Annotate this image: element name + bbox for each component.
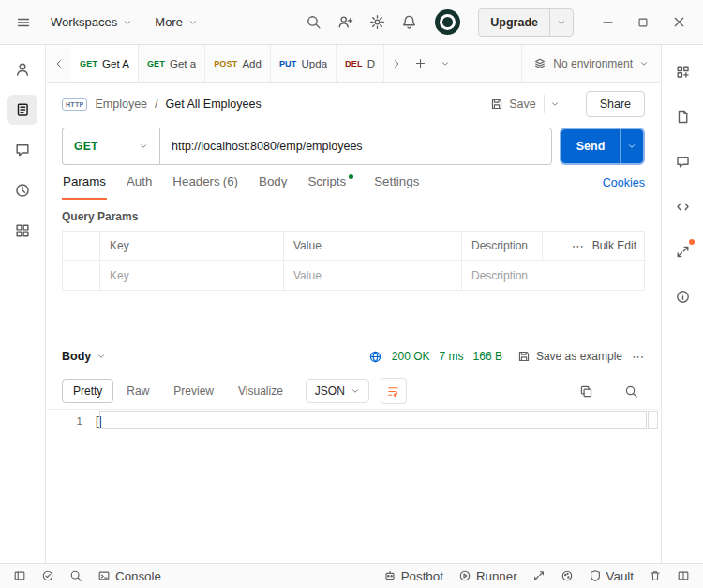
related-requests-button[interactable] bbox=[667, 236, 697, 266]
request-meta-row: HTTP Employee / Get All Employees Save S… bbox=[47, 83, 660, 126]
more-menu[interactable]: More bbox=[145, 9, 207, 35]
sidebar-user-button[interactable] bbox=[7, 54, 37, 84]
invite-button[interactable] bbox=[331, 8, 359, 37]
console-button[interactable]: Console bbox=[92, 566, 167, 586]
view-visualize-button[interactable]: Visualize bbox=[227, 379, 294, 403]
sidebar-flows-button[interactable] bbox=[7, 135, 37, 165]
sync-status-button[interactable] bbox=[36, 566, 60, 585]
minimize-button[interactable] bbox=[592, 8, 622, 38]
vault-button[interactable]: Vault bbox=[583, 566, 639, 586]
search-icon bbox=[624, 384, 638, 399]
tab-auth[interactable]: Auth bbox=[126, 165, 153, 200]
maximize-button[interactable] bbox=[628, 8, 658, 38]
param-key-input[interactable] bbox=[110, 269, 274, 282]
tab-params[interactable]: Params bbox=[62, 165, 107, 200]
save-button[interactable]: Save bbox=[483, 93, 544, 115]
share-button[interactable]: Share bbox=[586, 91, 645, 117]
tab-auth-label: Auth bbox=[127, 174, 152, 188]
close-button[interactable] bbox=[664, 8, 694, 38]
response-status-code[interactable]: 200 OK bbox=[392, 350, 430, 363]
response-time[interactable]: 7 ms bbox=[440, 350, 464, 363]
tab-body[interactable]: Body bbox=[258, 165, 288, 200]
request-tab[interactable]: GET Get A bbox=[71, 45, 139, 82]
diagonal-arrows-icon bbox=[675, 244, 691, 260]
app-header: Workspaces More Upgrade bbox=[0, 0, 703, 45]
view-raw-button[interactable]: Raw bbox=[115, 379, 160, 403]
postbot-button[interactable]: Postbot bbox=[378, 566, 449, 586]
tab-headers[interactable]: Headers (6) bbox=[172, 165, 239, 200]
bulk-edit-button[interactable]: Bulk Edit bbox=[592, 239, 636, 252]
copy-icon bbox=[579, 384, 593, 399]
save-options-button[interactable] bbox=[544, 95, 565, 113]
more-label: More bbox=[155, 15, 183, 29]
user-avatar[interactable] bbox=[435, 9, 460, 35]
scrollbar-thumb[interactable] bbox=[648, 411, 658, 429]
param-description-input[interactable] bbox=[471, 269, 635, 282]
tab-options-button[interactable] bbox=[433, 45, 457, 82]
runner-button[interactable]: Runner bbox=[453, 566, 523, 586]
search-response-button[interactable] bbox=[617, 377, 645, 405]
console-label: Console bbox=[115, 569, 161, 583]
find-button[interactable] bbox=[64, 566, 88, 585]
env-quick-look-icon bbox=[675, 64, 691, 80]
url-input[interactable] bbox=[159, 128, 552, 165]
request-tab[interactable]: POST Add bbox=[205, 45, 271, 82]
copy-response-button[interactable] bbox=[572, 377, 600, 405]
response-format-dropdown[interactable]: JSON bbox=[306, 379, 369, 403]
chevron-down-icon bbox=[639, 59, 649, 68]
sidebar-extensions-button[interactable] bbox=[7, 216, 37, 246]
toggle-sidebar-button[interactable] bbox=[7, 566, 32, 585]
tab-settings[interactable]: Settings bbox=[373, 165, 420, 200]
response-size[interactable]: 166 B bbox=[473, 350, 502, 363]
response-body-dropdown[interactable]: Body bbox=[62, 350, 106, 363]
code-snippet-button[interactable] bbox=[667, 191, 697, 221]
breadcrumb-request-name[interactable]: Get All Employees bbox=[166, 98, 262, 111]
param-value-input[interactable] bbox=[293, 269, 452, 282]
send-button[interactable]: Send bbox=[561, 129, 620, 163]
wrap-text-icon bbox=[386, 384, 400, 399]
table-more-options-button[interactable]: ⋯ bbox=[572, 240, 585, 252]
tab-title: Upda bbox=[302, 58, 328, 69]
tabs-forward-button[interactable] bbox=[384, 45, 409, 82]
table-actions: ⋯ Bulk Edit bbox=[543, 232, 644, 260]
view-preview-button[interactable]: Preview bbox=[162, 379, 225, 403]
main-menu-button[interactable] bbox=[9, 8, 37, 37]
sidebar-collections-button[interactable] bbox=[7, 95, 37, 125]
request-tab[interactable]: DEL D bbox=[337, 45, 384, 82]
send-options-button[interactable] bbox=[620, 129, 643, 163]
two-pane-layout-button[interactable] bbox=[671, 566, 696, 585]
cookies-button[interactable] bbox=[555, 566, 579, 585]
method-dropdown[interactable]: GET bbox=[62, 128, 159, 165]
comments-button[interactable] bbox=[667, 146, 697, 176]
tab-settings-label: Settings bbox=[374, 174, 419, 188]
settings-button[interactable] bbox=[363, 8, 391, 37]
save-as-example-button[interactable]: Save as example bbox=[517, 350, 622, 363]
request-tab[interactable]: GET Get a bbox=[139, 45, 205, 82]
upgrade-button[interactable]: Upgrade bbox=[479, 9, 549, 36]
environment-quick-look-button[interactable] bbox=[667, 56, 697, 86]
response-more-options-button[interactable]: ⋯ bbox=[632, 351, 645, 363]
breadcrumb-collection[interactable]: Employee bbox=[95, 98, 147, 111]
request-tab[interactable]: PUT Upda bbox=[271, 45, 337, 82]
sidebar-history-button[interactable] bbox=[7, 175, 37, 205]
info-button[interactable] bbox=[667, 281, 697, 311]
tab-scripts[interactable]: Scripts bbox=[307, 165, 354, 200]
documentation-button[interactable] bbox=[667, 101, 697, 131]
search-button[interactable] bbox=[299, 8, 327, 37]
minimize-icon bbox=[601, 15, 615, 29]
new-tab-button[interactable] bbox=[409, 45, 433, 82]
capture-requests-button[interactable] bbox=[527, 566, 551, 585]
cookie-icon bbox=[561, 569, 574, 582]
response-view-switcher: Pretty Raw Preview Visualize bbox=[62, 379, 294, 403]
environment-selector[interactable]: No environment bbox=[521, 45, 660, 82]
upgrade-caret-button[interactable] bbox=[549, 9, 573, 36]
workspaces-menu[interactable]: Workspaces bbox=[41, 9, 142, 35]
tabs-back-button[interactable] bbox=[47, 45, 71, 82]
cookies-link[interactable]: Cookies bbox=[603, 176, 645, 189]
view-pretty-button[interactable]: Pretty bbox=[62, 379, 113, 403]
notifications-button[interactable] bbox=[395, 8, 423, 37]
environment-layers-icon bbox=[533, 57, 546, 70]
trash-button[interactable] bbox=[643, 566, 667, 585]
response-body-viewer[interactable]: 1 [] bbox=[47, 409, 660, 563]
wrap-lines-button[interactable] bbox=[381, 378, 407, 404]
